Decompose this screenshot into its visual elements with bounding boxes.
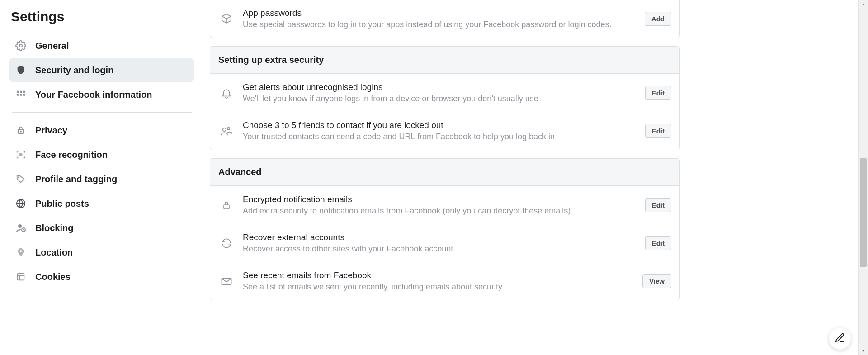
compose-button[interactable]	[829, 328, 851, 350]
sidebar-item-label: Security and login	[35, 65, 113, 76]
section-advanced: Advanced Encrypted notification emails A…	[210, 158, 680, 300]
sidebar-item-label: Your Facebook information	[35, 90, 152, 100]
sidebar-item-label: Privacy	[35, 125, 67, 136]
sidebar-item-cookies[interactable]: Cookies	[9, 265, 194, 289]
page-title: Settings	[9, 9, 194, 24]
row-title: Recover external accounts	[243, 232, 638, 242]
row-desc: Your trusted contacts can send a code an…	[243, 132, 638, 142]
scroll-up-arrow-icon[interactable]: ▴	[859, 0, 868, 8]
row-desc: Use special passwords to log in to your …	[243, 20, 637, 29]
row-desc: Recover access to other sites with your …	[243, 244, 638, 254]
svg-point-8	[20, 131, 21, 132]
block-user-icon	[14, 222, 27, 234]
section-header: Setting up extra security	[210, 47, 679, 74]
svg-point-0	[19, 44, 22, 47]
edit-button[interactable]: Edit	[645, 86, 671, 100]
package-icon	[218, 11, 235, 27]
sidebar-item-general[interactable]: General	[9, 33, 194, 58]
refresh-icon	[218, 235, 235, 251]
sidebar-item-face-recognition[interactable]: Face recognition	[9, 142, 194, 167]
lock-person-icon	[14, 124, 27, 137]
grid-icon	[14, 88, 27, 101]
row-encrypted-emails: Encrypted notification emails Add extra …	[210, 186, 679, 224]
svg-point-10	[18, 177, 19, 178]
bell-icon	[218, 85, 235, 101]
view-button[interactable]: View	[642, 274, 671, 288]
scrollbar-thumb[interactable]	[860, 158, 867, 267]
svg-point-9	[19, 153, 22, 156]
svg-rect-2	[20, 91, 22, 93]
sidebar-item-security[interactable]: Security and login	[9, 58, 194, 82]
sidebar-item-your-information[interactable]: Your Facebook information	[9, 82, 194, 107]
sidebar-item-public-posts[interactable]: Public posts	[9, 191, 194, 216]
sidebar-item-profile-tagging[interactable]: Profile and tagging	[9, 167, 194, 191]
sidebar-item-label: Blocking	[35, 223, 73, 233]
svg-rect-1	[17, 91, 19, 93]
svg-line-14	[22, 228, 25, 231]
section-extra-security: Setting up extra security Get alerts abo…	[210, 46, 680, 150]
scrollbar-track[interactable]: ▴ ▾	[858, 0, 868, 355]
add-button[interactable]: Add	[645, 12, 671, 26]
row-recover-external: Recover external accounts Recover access…	[210, 224, 679, 262]
lock-icon	[218, 197, 235, 213]
main-content-area: App passwords Use special passwords to l…	[199, 0, 858, 355]
sidebar-item-location[interactable]: Location	[9, 240, 194, 265]
row-title: App passwords	[243, 8, 637, 18]
sidebar-item-label: Location	[35, 247, 73, 258]
row-trusted-contacts: Choose 3 to 5 friends to contact if you …	[210, 112, 679, 150]
row-desc: We'll let you know if anyone logs in fro…	[243, 94, 638, 104]
sidebar-item-label: Cookies	[35, 272, 71, 282]
compose-icon	[835, 332, 845, 345]
row-title: Choose 3 to 5 friends to contact if you …	[243, 120, 638, 130]
sidebar-item-label: Profile and tagging	[35, 174, 117, 185]
svg-rect-15	[18, 274, 24, 280]
sidebar-item-label: Public posts	[35, 199, 89, 209]
edit-button[interactable]: Edit	[645, 124, 671, 138]
svg-rect-5	[20, 94, 22, 96]
section-header: Advanced	[210, 159, 679, 186]
row-title: See recent emails from Facebook	[243, 270, 635, 280]
people-icon	[218, 123, 235, 139]
edit-button[interactable]: Edit	[645, 236, 671, 250]
sidebar-item-label: Face recognition	[35, 150, 108, 160]
cookies-icon	[14, 270, 27, 283]
svg-rect-21	[222, 278, 231, 284]
gear-icon	[14, 39, 27, 52]
svg-point-18	[223, 128, 226, 131]
tag-icon	[14, 173, 27, 185]
svg-rect-6	[23, 94, 25, 96]
row-desc: See a list of emails we sent you recentl…	[243, 282, 635, 292]
svg-rect-3	[23, 91, 25, 93]
svg-rect-20	[224, 205, 229, 209]
sidebar-item-privacy[interactable]: Privacy	[9, 118, 194, 142]
face-scan-icon	[14, 148, 27, 161]
sidebar-separator	[12, 112, 192, 113]
row-app-passwords: App passwords Use special passwords to l…	[210, 0, 679, 38]
envelope-icon	[218, 273, 235, 289]
svg-point-12	[18, 224, 22, 228]
sidebar-item-label: General	[35, 41, 69, 51]
row-title: Get alerts about unrecognised logins	[243, 82, 638, 92]
svg-point-19	[227, 127, 230, 129]
globe-icon	[14, 197, 27, 210]
settings-sidebar: Settings General Security and login Your…	[0, 0, 199, 355]
row-title: Encrypted notification emails	[243, 194, 638, 204]
section-app-passwords-partial: App passwords Use special passwords to l…	[210, 0, 680, 38]
scroll-down-arrow-icon[interactable]: ▾	[859, 347, 868, 355]
shield-icon	[14, 64, 27, 76]
svg-rect-4	[17, 94, 19, 96]
edit-button[interactable]: Edit	[645, 198, 671, 212]
row-login-alerts: Get alerts about unrecognised logins We'…	[210, 74, 679, 112]
sidebar-item-blocking[interactable]: Blocking	[9, 216, 194, 240]
row-desc: Add extra security to notification email…	[243, 206, 638, 216]
location-pin-icon	[14, 246, 27, 259]
row-recent-emails: See recent emails from Facebook See a li…	[210, 262, 679, 300]
